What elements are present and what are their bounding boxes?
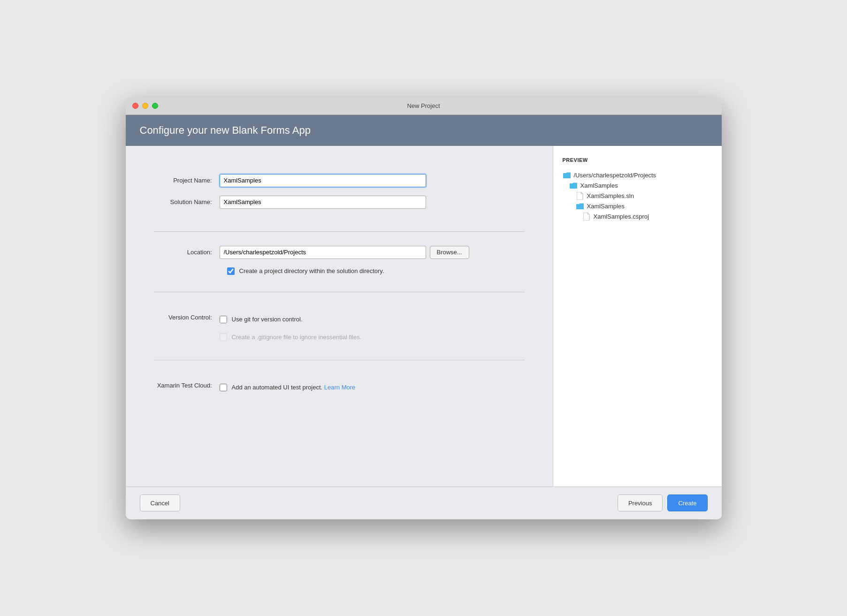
xamarin-test-cloud-label-row: Xamarin Test Cloud: Add an automated UI … xyxy=(154,374,525,396)
location-row: Location: Browse... xyxy=(154,246,525,259)
header-banner: Configure your new Blank Forms App xyxy=(126,115,722,146)
tree-item-label-4: XamlSamples.csproj xyxy=(594,213,649,220)
location-input[interactable] xyxy=(220,246,426,259)
add-ui-test-row: Add an automated UI test project. Learn … xyxy=(220,381,356,394)
folder-icon xyxy=(563,171,571,180)
tree-item-label-0: /Users/charlespetzold/Projects xyxy=(574,172,656,179)
window-title: New Project xyxy=(407,102,440,109)
maximize-button[interactable] xyxy=(152,103,158,109)
tree-item-root: /Users/charlespetzold/Projects xyxy=(563,170,712,181)
previous-button[interactable]: Previous xyxy=(618,494,663,511)
minimize-button[interactable] xyxy=(142,103,148,109)
tree-item-csproj: XamlSamples.csproj xyxy=(582,212,712,222)
solution-name-row: Solution Name: xyxy=(154,196,525,209)
solution-name-label: Solution Name: xyxy=(154,198,220,205)
project-name-section: Project Name: Solution Name: xyxy=(126,165,553,227)
preview-area: PREVIEW /Users/charlespetzold/Projects X… xyxy=(553,146,722,487)
gitignore-checkbox[interactable] xyxy=(220,334,227,341)
divider-1 xyxy=(154,231,525,232)
tree-item-xamlsamples-subfolder: XamlSamples xyxy=(576,201,712,212)
location-section: Location: Browse... Create a project dir… xyxy=(126,236,553,287)
close-button[interactable] xyxy=(132,103,138,109)
file-icon xyxy=(576,192,584,200)
version-control-section: Version Control: Use git for version con… xyxy=(126,297,553,355)
version-control-label-row: Version Control: Use git for version con… xyxy=(154,306,525,346)
use-git-label[interactable]: Use git for version control. xyxy=(232,316,303,323)
create-project-dir-label[interactable]: Create a project directory within the so… xyxy=(239,267,384,274)
project-name-input[interactable] xyxy=(220,174,426,187)
tree-item-label-1: XamlSamples xyxy=(580,182,618,189)
form-area: Project Name: Solution Name: Location: B… xyxy=(126,146,553,487)
project-name-label: Project Name: xyxy=(154,177,220,184)
divider-2 xyxy=(154,292,525,292)
learn-more-link[interactable]: Learn More xyxy=(324,384,355,391)
tree-item-sln: XamlSamples.sln xyxy=(576,191,712,201)
browse-button[interactable]: Browse... xyxy=(430,246,469,259)
traffic-lights xyxy=(132,103,158,109)
tree-item-label-2: XamlSamples.sln xyxy=(587,192,634,199)
xamarin-test-controls: Add an automated UI test project. Learn … xyxy=(220,381,356,394)
version-control-controls: Use git for version control. Create a .g… xyxy=(220,313,362,344)
footer: Cancel Previous Create xyxy=(126,487,722,519)
folder-icon xyxy=(569,182,578,190)
xamarin-test-cloud-label: Xamarin Test Cloud: xyxy=(154,381,220,389)
tree-item-label-3: XamlSamples xyxy=(587,203,625,210)
cancel-button[interactable]: Cancel xyxy=(140,494,180,511)
create-button[interactable]: Create xyxy=(667,494,707,511)
gitignore-label: Create a .gitignore file to ignore iness… xyxy=(232,334,362,341)
folder-icon xyxy=(576,202,584,211)
footer-left: Cancel xyxy=(140,494,180,511)
page-title: Configure your new Blank Forms App xyxy=(140,124,708,137)
location-label: Location: xyxy=(154,249,220,256)
divider-3 xyxy=(154,360,525,360)
use-git-checkbox[interactable] xyxy=(220,316,227,323)
create-project-dir-checkbox[interactable] xyxy=(227,267,235,275)
titlebar: New Project xyxy=(126,97,722,115)
content-area: Project Name: Solution Name: Location: B… xyxy=(126,146,722,487)
xamarin-test-cloud-section: Xamarin Test Cloud: Add an automated UI … xyxy=(126,365,553,405)
project-name-row: Project Name: xyxy=(154,174,525,187)
version-control-label: Version Control: xyxy=(154,313,220,321)
add-ui-test-label: Add an automated UI test project. Learn … xyxy=(232,384,356,391)
main-window: New Project Configure your new Blank For… xyxy=(126,97,722,519)
use-git-row: Use git for version control. xyxy=(220,313,362,326)
gitignore-row: Create a .gitignore file to ignore iness… xyxy=(220,331,362,344)
file-icon xyxy=(582,213,591,221)
create-project-dir-row: Create a project directory within the so… xyxy=(227,265,525,278)
footer-right: Previous Create xyxy=(618,494,708,511)
tree-item-xamlsamples-folder: XamlSamples xyxy=(569,181,712,191)
solution-name-input[interactable] xyxy=(220,196,426,209)
preview-title: PREVIEW xyxy=(563,157,712,163)
add-ui-test-checkbox[interactable] xyxy=(220,384,227,391)
